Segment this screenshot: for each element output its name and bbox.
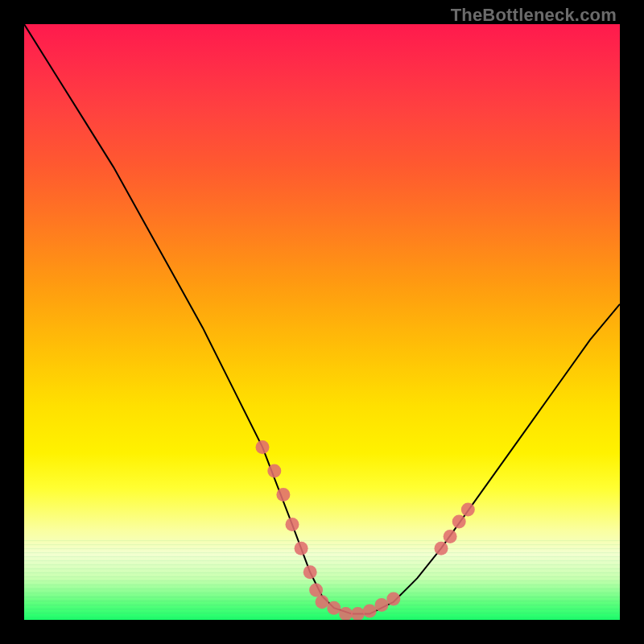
stripe-band <box>24 568 620 569</box>
curve-layer <box>24 24 620 620</box>
stripe-band <box>24 580 620 581</box>
highlight-dot <box>435 542 448 555</box>
stripe-band <box>24 576 620 577</box>
highlight-dot <box>295 542 308 555</box>
highlight-dot <box>316 595 329 609</box>
stripe-band <box>24 613 620 613</box>
plot-area <box>24 24 620 620</box>
highlight-dot <box>309 584 323 597</box>
highlight-dot <box>256 440 270 454</box>
highlight-dot <box>327 601 341 615</box>
stripe-band <box>24 564 620 565</box>
stripe-band <box>24 572 620 573</box>
highlight-dot <box>303 565 317 579</box>
highlight-dot <box>452 514 466 528</box>
highlight-dot <box>461 503 475 517</box>
highlight-dot <box>363 604 377 617</box>
stripe-band <box>24 548 620 549</box>
highlight-dot <box>286 518 299 531</box>
watermark-text: TheBottleneck.com <box>451 5 617 26</box>
stripe-band <box>24 584 620 585</box>
stripe-band <box>24 544 620 545</box>
chart-frame: TheBottleneck.com <box>0 0 644 644</box>
stripe-band <box>24 552 620 553</box>
stripe-band <box>24 540 620 541</box>
stripe-band <box>24 556 620 557</box>
highlight-dot <box>386 592 400 606</box>
stripe-band <box>24 617 620 617</box>
highlight-dot <box>375 598 389 612</box>
highlight-dot <box>267 464 281 478</box>
bottleneck-curve <box>24 24 620 614</box>
highlight-dot <box>276 488 290 502</box>
highlight-dot <box>444 530 457 543</box>
stripe-band <box>24 560 620 561</box>
